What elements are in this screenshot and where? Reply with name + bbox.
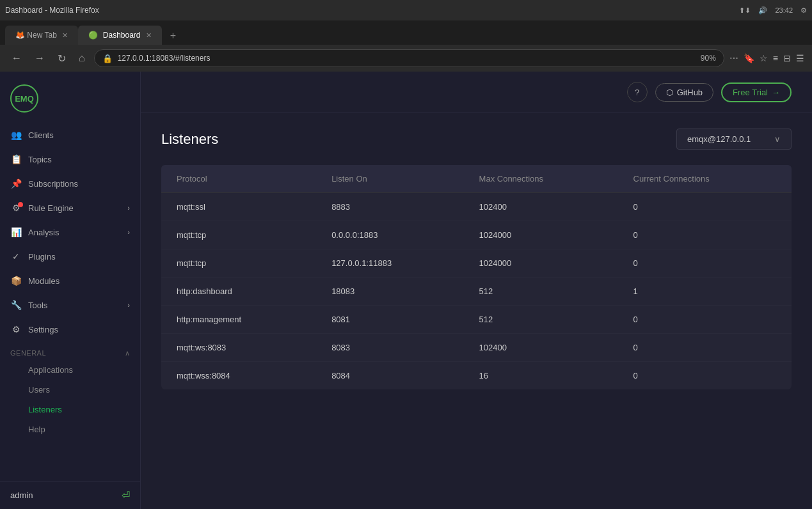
sidebar-item-clients[interactable]: 👥 Clients	[0, 123, 140, 147]
browser-tabs: 🦊 New Tab ✕ 🟢 Dashboard ✕ +	[0, 20, 812, 45]
cell-max-connections: 102400	[464, 193, 618, 221]
cell-current-connections: 0	[618, 306, 792, 334]
menu-icon[interactable]: ☰	[796, 53, 804, 63]
cell-current-connections: 1	[618, 278, 792, 306]
emq-logo: EMQ	[10, 84, 38, 113]
tab-close-dashboard[interactable]: ✕	[146, 31, 152, 40]
top-bar: ? ⬡ GitHub Free Trial →	[141, 72, 812, 113]
github-button[interactable]: ⬡ GitHub	[655, 83, 713, 102]
sidebar-item-applications[interactable]: Applications	[0, 360, 140, 380]
browser-titlebar: Dashboard - Mozilla Firefox ⬆⬇ 🔊 23:42 ⚙	[0, 0, 812, 20]
rule-engine-badge	[18, 202, 23, 207]
tab-label: 🦊 New Tab	[15, 31, 57, 40]
listeners-table: Protocol Listen On Max Connections Curre…	[161, 165, 792, 389]
analysis-chevron: ›	[127, 228, 130, 236]
free-trial-label: Free Trial	[733, 88, 768, 97]
col-protocol: Protocol	[161, 165, 316, 193]
lock-icon: 🔒	[102, 54, 113, 63]
settings-label: Settings	[28, 325, 58, 334]
cell-current-connections: 0	[618, 221, 792, 249]
cell-current-connections: 0	[618, 362, 792, 390]
topics-label: Topics	[28, 155, 52, 164]
bookmark-icon[interactable]: 🔖	[744, 53, 754, 63]
cell-protocol: mqtt:wss:8084	[161, 362, 316, 390]
tools-chevron: ›	[127, 301, 130, 309]
tab-close-new[interactable]: ✕	[62, 31, 68, 40]
sidebar-item-subscriptions[interactable]: 📌 Subscriptions	[0, 171, 140, 196]
nav-right-controls: ⋯ 🔖 ☆ ≡ ⊟ ☰	[729, 53, 804, 63]
star-icon[interactable]: ☆	[760, 53, 768, 63]
modules-icon: 📦	[10, 275, 22, 286]
more-button[interactable]: ⋯	[729, 53, 738, 63]
sidebar-item-plugins[interactable]: ✓ Plugins	[0, 244, 140, 269]
modules-label: Modules	[28, 276, 60, 286]
help-button[interactable]: ?	[627, 82, 648, 102]
sidebar-item-analysis[interactable]: 📊 Analysis ›	[0, 220, 140, 244]
github-label: GitHub	[677, 88, 703, 97]
listeners-label: Listeners	[28, 405, 62, 414]
sidebar-logo: EMQ	[0, 72, 140, 123]
node-selector-chevron: ∨	[774, 134, 781, 144]
new-tab-button[interactable]: +	[164, 27, 182, 45]
tab-dashboard[interactable]: 🟢 Dashboard ✕	[78, 26, 162, 45]
general-section-header: General ∧	[0, 341, 140, 360]
table-row: mqtt:tcp0.0.0.0:188310240000	[161, 221, 792, 249]
general-chevron: ∧	[125, 349, 131, 357]
sidebar-item-users[interactable]: Users	[0, 380, 140, 400]
cell-protocol: mqtt:ssl	[161, 193, 316, 221]
cell-listen-on[interactable]: 8883	[316, 193, 463, 221]
settings-icon: ⚙	[10, 324, 22, 335]
help-label: Help	[28, 425, 45, 434]
table-row: mqtt:tcp127.0.0.1:1188310240000	[161, 249, 792, 278]
browser-title: Dashboard - Mozilla Firefox	[5, 6, 99, 15]
back-button[interactable]: ←	[8, 50, 26, 67]
reader-icon[interactable]: ≡	[773, 53, 778, 63]
tab-new-tab[interactable]: 🦊 New Tab ✕	[5, 26, 78, 45]
cell-listen-on[interactable]: 8084	[316, 362, 463, 390]
page-title: Listeners	[161, 131, 218, 148]
sidebar-item-tools[interactable]: 🔧 Tools ›	[0, 293, 140, 317]
free-trial-button[interactable]: Free Trial →	[721, 82, 792, 102]
node-selector[interactable]: emqx@127.0.0.1 ∨	[676, 129, 792, 150]
sidebar-toggle[interactable]: ⊟	[783, 53, 791, 63]
browser-nav: ← → ↻ ⌂ 🔒 127.0.0.1:18083/#/listeners 90…	[0, 45, 812, 72]
page-header: Listeners emqx@127.0.0.1 ∨	[161, 129, 792, 150]
sidebar-item-listeners[interactable]: Listeners	[0, 400, 140, 419]
tab-icon: 🟢	[88, 31, 98, 40]
sidebar-item-rule-engine[interactable]: ⚙ Rule Engine ›	[0, 196, 140, 220]
cell-listen-on[interactable]: 18083	[316, 278, 463, 306]
cell-listen-on[interactable]: 0.0.0.0:1883	[316, 221, 463, 249]
cell-current-connections: 0	[618, 249, 792, 278]
sidebar-item-help[interactable]: Help	[0, 419, 140, 439]
rule-engine-label: Rule Engine	[28, 203, 74, 213]
cell-listen-on[interactable]: 8081	[316, 306, 463, 334]
sidebar-item-modules[interactable]: 📦 Modules	[0, 269, 140, 293]
forward-button[interactable]: →	[31, 50, 49, 67]
cell-max-connections: 512	[464, 278, 618, 306]
cell-max-connections: 102400	[464, 334, 618, 362]
subscriptions-label: Subscriptions	[28, 179, 78, 189]
logout-button[interactable]: ⏎	[122, 489, 130, 501]
address-bar[interactable]: 🔒 127.0.0.1:18083/#/listeners 90%	[94, 49, 724, 67]
clients-icon: 👥	[10, 129, 22, 141]
table-row: mqtt:ssl88831024000	[161, 193, 792, 221]
table-row: mqtt:ws:808380831024000	[161, 334, 792, 362]
cell-max-connections: 512	[464, 306, 618, 334]
cell-protocol: mqtt:tcp	[161, 221, 316, 249]
table-row: http:dashboard180835121	[161, 278, 792, 306]
app-container: EMQ 👥 Clients 📋 Topics 📌 Subscriptions ⚙…	[0, 72, 812, 509]
analysis-icon: 📊	[10, 226, 22, 238]
cell-listen-on[interactable]: 127.0.0.1:11883	[316, 249, 463, 278]
cell-protocol: http:dashboard	[161, 278, 316, 306]
users-label: Users	[28, 385, 50, 395]
reload-button[interactable]: ↻	[54, 50, 70, 67]
cell-protocol: mqtt:tcp	[161, 249, 316, 278]
sidebar-item-topics[interactable]: 📋 Topics	[0, 147, 140, 171]
cell-listen-on[interactable]: 8083	[316, 334, 463, 362]
home-button[interactable]: ⌂	[75, 50, 89, 67]
cell-protocol: mqtt:ws:8083	[161, 334, 316, 362]
rule-engine-chevron: ›	[127, 204, 130, 212]
cell-current-connections: 0	[618, 334, 792, 362]
sidebar-item-settings[interactable]: ⚙ Settings	[0, 317, 140, 341]
col-listen-on: Listen On	[316, 165, 463, 193]
